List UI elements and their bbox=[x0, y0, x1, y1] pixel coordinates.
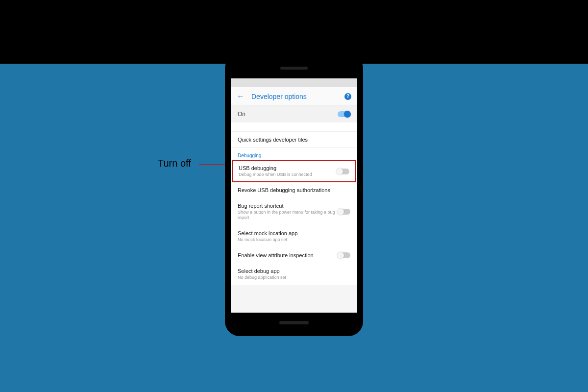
row-title: Bug report shortcut bbox=[238, 203, 338, 209]
row-subtitle: No mock location app set bbox=[238, 237, 350, 243]
row-title: Revoke USB debugging authorizations bbox=[238, 187, 350, 193]
phone-speaker-bottom bbox=[279, 321, 309, 324]
master-toggle-row[interactable]: On bbox=[231, 106, 357, 122]
row-title: Select debug app bbox=[238, 268, 350, 274]
phone-frame: ← Developer options ? On Quick settings … bbox=[225, 54, 363, 336]
settings-list: On Quick settings developer tiles Debugg… bbox=[231, 106, 357, 285]
row-subtitle: Debug mode when USB is connected bbox=[239, 172, 337, 177]
row-enable-view-attr[interactable]: Enable view attribute inspection bbox=[231, 247, 357, 263]
bug-report-toggle[interactable] bbox=[338, 209, 350, 215]
phone-speaker-top bbox=[280, 67, 308, 70]
usb-debugging-highlight: USB debugging Debug mode when USB is con… bbox=[232, 160, 356, 182]
row-subtitle: No debug application set bbox=[238, 275, 350, 280]
status-bar bbox=[231, 78, 357, 87]
phone-screen: ← Developer options ? On Quick settings … bbox=[231, 78, 357, 313]
row-bug-report-shortcut[interactable]: Bug report shortcut Show a button in the… bbox=[231, 198, 357, 225]
cutoff-row bbox=[231, 122, 357, 132]
master-toggle-label: On bbox=[238, 111, 338, 118]
usb-debugging-toggle[interactable] bbox=[337, 169, 349, 174]
row-title: Select mock location app bbox=[238, 230, 350, 236]
row-quick-settings-tiles[interactable]: Quick settings developer tiles bbox=[231, 132, 357, 147]
app-bar: ← Developer options ? bbox=[231, 87, 357, 106]
row-select-mock-location[interactable]: Select mock location app No mock locatio… bbox=[231, 225, 357, 247]
annotation-turn-off: Turn off bbox=[158, 158, 191, 169]
back-icon[interactable]: ← bbox=[237, 92, 245, 101]
row-title: USB debugging bbox=[239, 165, 337, 171]
master-toggle[interactable] bbox=[338, 111, 350, 117]
row-revoke-usb-auth[interactable]: Revoke USB debugging authorizations bbox=[231, 182, 357, 198]
row-usb-debugging[interactable]: USB debugging Debug mode when USB is con… bbox=[233, 161, 355, 181]
row-subtitle: Show a button in the power menu for taki… bbox=[238, 210, 338, 220]
canvas: Turn off ← Developer options ? On Quick bbox=[0, 0, 588, 392]
row-title: Quick settings developer tiles bbox=[238, 137, 350, 143]
row-select-debug-app[interactable]: Select debug app No debug application se… bbox=[231, 263, 357, 285]
section-header-debugging: Debugging bbox=[231, 147, 357, 160]
row-title: Enable view attribute inspection bbox=[238, 252, 338, 258]
help-icon[interactable]: ? bbox=[344, 93, 351, 100]
view-attr-toggle[interactable] bbox=[338, 252, 350, 258]
page-title: Developer options bbox=[251, 93, 344, 100]
